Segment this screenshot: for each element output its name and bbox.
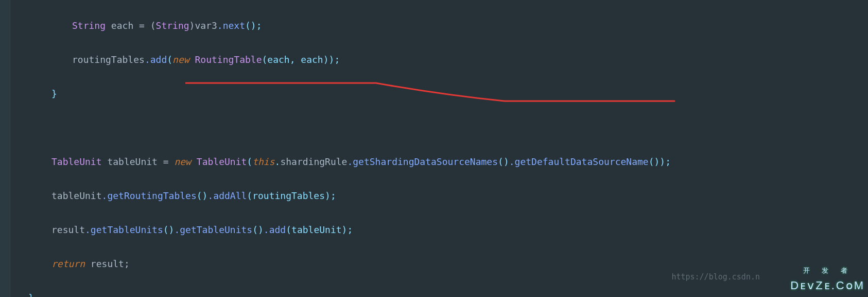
punct-token: (); — [245, 20, 262, 31]
fn-token: .getShardingDataSourceNames — [347, 156, 498, 167]
fn-token: .addAll — [207, 190, 247, 201]
code-line: TableUnit tableUnit = new TableUnit(this… — [10, 153, 868, 170]
id-token: result — [51, 224, 85, 235]
id-token: )var3 — [189, 20, 217, 31]
id-token: routingTables — [72, 54, 145, 65]
fn-token: .add — [145, 54, 167, 65]
punct-token: (each, each)); — [262, 54, 340, 65]
code-editor[interactable]: String each = (String)var3.next(); routi… — [10, 0, 868, 297]
id-token: tableUnit = — [102, 156, 175, 167]
code-line — [10, 119, 868, 136]
brand-top: 开 发 者 — [790, 262, 865, 279]
type-token: String — [156, 20, 189, 31]
fn-token: .getRoutingTables — [102, 190, 197, 201]
code-line: } — [10, 289, 868, 297]
brand-watermark: 开 发 者 DᴇᴠZᴇ.CᴏM — [790, 262, 865, 294]
id-token: tableUnit — [51, 190, 102, 201]
code-line: String each = (String)var3.next(); — [10, 17, 868, 34]
type-token: String — [72, 20, 106, 31]
kw-token: return — [51, 258, 85, 269]
punct-token: () — [252, 224, 264, 235]
code-line: result.getTableUnits().getTableUnits().a… — [10, 221, 868, 238]
fn-token: .next — [217, 20, 245, 31]
punct-token: () — [163, 224, 175, 235]
type-token: TableUnit — [197, 156, 247, 167]
fn-token: .add — [264, 224, 286, 235]
fn-token: .getTableUnits — [85, 224, 163, 235]
code-line: routingTables.add(new RoutingTable(each,… — [10, 51, 868, 68]
fn-token: .getDefaultDataSourceName — [509, 156, 649, 167]
url-watermark: https://blog.csdn.n — [671, 269, 760, 286]
punct-token: () — [197, 190, 208, 201]
type-token: RoutingTable — [195, 54, 262, 65]
brand-main: DᴇᴠZᴇ.CᴏM — [790, 279, 865, 292]
brace-token: } — [51, 88, 57, 99]
dot-token: . — [275, 156, 281, 167]
kw-token: new — [172, 54, 195, 65]
punct-token: ( — [247, 156, 252, 167]
punct-token: ( — [167, 54, 172, 65]
punct-token: (tableUnit); — [286, 224, 353, 235]
punct-token: (routingTables); — [247, 190, 336, 201]
id-token: shardingRule — [280, 156, 347, 167]
code-line: } — [10, 85, 868, 102]
punct-token: () — [498, 156, 509, 167]
id-token: each = ( — [106, 20, 156, 31]
punct-token: ()); — [649, 156, 671, 167]
type-token: TableUnit — [51, 156, 102, 167]
kw-token: this — [252, 156, 274, 167]
brace-token: } — [28, 292, 34, 297]
id-token: result; — [85, 258, 130, 269]
code-line: tableUnit.getRoutingTables().addAll(rout… — [10, 187, 868, 204]
fn-token: .getTableUnits — [174, 224, 252, 235]
gutter — [0, 0, 10, 297]
kw-token: new — [174, 156, 196, 167]
